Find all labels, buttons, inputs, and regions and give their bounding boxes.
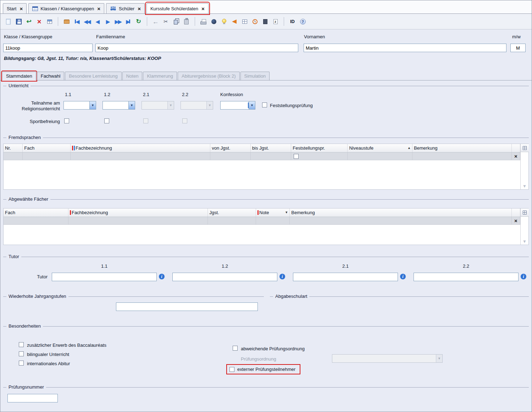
nav-fast-forward-button[interactable]: ▶▶ [113, 17, 123, 26]
copy-button[interactable] [171, 17, 181, 26]
klasse-field[interactable] [3, 44, 93, 52]
info-icon[interactable]: i [159, 274, 165, 279]
back-arrow-button[interactable]: ← [151, 17, 160, 26]
tutor-field-21[interactable] [293, 273, 398, 281]
refresh-button[interactable]: ↻ [134, 17, 143, 26]
column-header[interactable]: Jgst. [208, 208, 256, 217]
tab-noten: Noten [122, 72, 143, 80]
table-header-row: Fach Fachbezeichnung Jgst. Note▼ Bemerku… [4, 208, 520, 217]
delete-row-button[interactable]: × [511, 217, 520, 224]
tutor-field-12[interactable] [172, 273, 277, 281]
grid-button[interactable] [240, 17, 249, 26]
class-table-icon [32, 6, 38, 11]
abweichende-pruefungsordnung-checkbox[interactable] [233, 346, 238, 351]
column-header[interactable]: Fachbezeichnung [71, 144, 210, 152]
window-tab-schueler[interactable]: Schüler × [106, 3, 145, 13]
undo-button[interactable]: ↩ [24, 17, 34, 26]
save-button[interactable] [14, 17, 23, 26]
export-button[interactable] [260, 17, 270, 26]
religion-dropdown-12[interactable]: ▼ [102, 101, 135, 110]
table-row[interactable]: × [4, 217, 520, 224]
wiederholte-jahrgangstufen-field[interactable] [116, 302, 258, 311]
nav-last-button[interactable]: ▶ [123, 17, 133, 26]
tab-klammerung: Klammerung [143, 72, 177, 80]
lamp-button[interactable] [219, 17, 229, 26]
feststellungspruefung-checkbox[interactable] [262, 102, 267, 107]
tab-stammdaten[interactable]: Stammdaten [2, 72, 36, 80]
refresh-icon: ↻ [136, 18, 141, 24]
column-header[interactable]: Niveaustufe▲ [348, 144, 412, 152]
tutor-field-11[interactable] [52, 273, 157, 281]
nav-fast-back-button[interactable]: ◀◀ [82, 17, 92, 26]
info-icon[interactable]: i [521, 274, 526, 279]
sportbefreiung-checkbox-12[interactable] [104, 118, 109, 123]
mw-field[interactable] [510, 44, 526, 52]
column-header[interactable]: Fach [23, 144, 71, 152]
edit-table-icon [47, 20, 52, 24]
chevron-down-icon[interactable]: ▼ [128, 101, 135, 109]
sportbefreiung-checkbox-11[interactable] [64, 118, 69, 123]
edit-table-button[interactable] [45, 17, 54, 26]
tab-fachwahl[interactable]: Fachwahl [37, 72, 65, 80]
column-header[interactable]: Nr. [4, 144, 23, 152]
column-header[interactable]: Fach [4, 208, 68, 217]
delete-row-button[interactable]: × [511, 152, 520, 160]
nav-first-button[interactable]: ◀ [72, 17, 82, 26]
tutor-field-22[interactable] [414, 273, 519, 281]
window-tab-klassen[interactable]: Klassen / Klassengruppen × [28, 3, 104, 13]
religion-dropdown-11[interactable]: ▼ [63, 101, 96, 110]
column-header[interactable]: bis Jgst. [250, 144, 291, 152]
chevron-down-icon[interactable]: ▼ [89, 101, 96, 109]
vornamen-label: Vornamen [304, 34, 325, 39]
cut-button[interactable]: ✂ [161, 17, 171, 26]
column-picker-button[interactable] [521, 208, 529, 217]
print-button[interactable] [199, 17, 208, 26]
scroll-down-icon[interactable]: ▼ [522, 184, 527, 189]
table-row[interactable]: × [4, 152, 520, 160]
filter-marker [74, 146, 75, 150]
externer-pruefungsteilnehmer-highlight: externer Prüfungsteilnehmer [226, 364, 300, 374]
externer-pruefungsteilnehmer-checkbox[interactable] [229, 367, 234, 372]
scroll-down-icon[interactable]: ▼ [522, 239, 527, 244]
pruefungsnummer-field[interactable] [7, 394, 58, 402]
sort-az-button[interactable]: z [271, 17, 280, 26]
column-header[interactable]: Note▼ [256, 208, 290, 217]
help-button[interactable]: ? [298, 17, 307, 26]
column-picker-button[interactable] [521, 144, 529, 152]
close-icon[interactable]: × [20, 6, 23, 11]
internationales-abitur-checkbox[interactable] [19, 361, 24, 366]
close-icon[interactable]: × [201, 6, 205, 11]
new-button[interactable] [4, 17, 13, 26]
vornamen-field[interactable] [304, 44, 506, 52]
delete-button[interactable]: × [34, 17, 44, 26]
window-tab-start[interactable]: Start × [3, 3, 27, 13]
row-checkbox[interactable] [294, 154, 299, 159]
col-label-11: 1.1 [90, 263, 118, 269]
preview-icon [211, 19, 216, 24]
horn-button[interactable] [229, 17, 239, 26]
close-icon[interactable]: × [138, 6, 141, 11]
horn-icon [232, 20, 237, 24]
records-button[interactable] [62, 17, 71, 26]
nav-forward-button[interactable]: ▶ [103, 17, 112, 26]
column-header[interactable]: Feststellungspr. [291, 144, 348, 152]
baccalaureat-checkbox[interactable] [19, 342, 24, 347]
column-header[interactable]: Fachbezeichnung [68, 208, 207, 217]
id-button[interactable]: ID [288, 17, 297, 26]
window-tab-kursstufe-schuelerdaten[interactable]: Kursstufe Schülerdaten × [146, 3, 209, 13]
nav-back-button[interactable]: ◀ [93, 17, 102, 26]
close-icon[interactable]: × [97, 6, 100, 11]
info-icon[interactable]: i [400, 274, 406, 279]
konfession-dropdown[interactable]: ▼ [220, 101, 255, 110]
paste-button[interactable] [182, 17, 191, 26]
preview-button[interactable] [209, 17, 218, 26]
column-header[interactable]: von Jgst. [210, 144, 251, 152]
column-header[interactable]: Bemerkung [290, 208, 511, 217]
familienname-field[interactable] [95, 44, 298, 52]
info-icon[interactable]: i [279, 274, 285, 279]
bilingual-checkbox[interactable] [19, 351, 24, 356]
main-toolbar: ↩ × ◀ ◀◀ ◀ ▶ ▶▶ ▶ ↻ ← ✂ z ID ? [0, 14, 532, 29]
column-header[interactable]: Bemerkung [412, 144, 511, 152]
clock-button[interactable] [250, 17, 260, 26]
chevron-down-icon[interactable]: ▼ [249, 101, 255, 109]
